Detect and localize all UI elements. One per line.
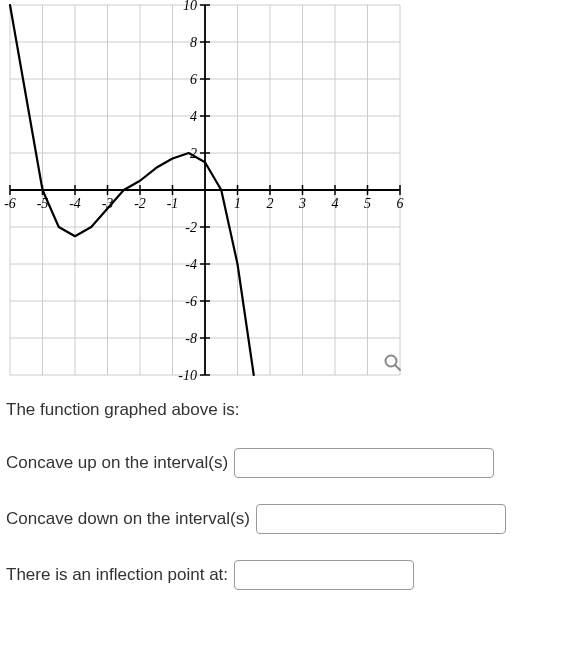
- svg-text:-1: -1: [167, 196, 179, 211]
- svg-text:6: 6: [397, 196, 404, 211]
- concave-up-label: Concave up on the interval(s): [6, 453, 228, 473]
- svg-text:3: 3: [298, 196, 306, 211]
- svg-text:6: 6: [190, 72, 197, 87]
- svg-text:1: 1: [234, 196, 241, 211]
- svg-text:-4: -4: [69, 196, 81, 211]
- inflection-label: There is an inflection point at:: [6, 565, 228, 585]
- svg-text:10: 10: [183, 0, 197, 13]
- svg-text:-2: -2: [185, 220, 197, 235]
- svg-text:8: 8: [190, 35, 197, 50]
- svg-line-71: [395, 365, 400, 370]
- svg-text:5: 5: [364, 196, 371, 211]
- svg-text:-4: -4: [185, 257, 197, 272]
- svg-text:2: 2: [267, 196, 274, 211]
- svg-text:-8: -8: [185, 331, 197, 346]
- function-graph: -6-5-4-3-2-1123456-10-8-6-4-2246810: [0, 0, 410, 380]
- prompt-intro: The function graphed above is:: [6, 398, 573, 422]
- concave-down-input[interactable]: [256, 504, 506, 534]
- svg-text:-2: -2: [134, 196, 146, 211]
- svg-text:4: 4: [332, 196, 339, 211]
- svg-text:-10: -10: [178, 368, 197, 380]
- magnify-icon[interactable]: [384, 354, 402, 372]
- concave-down-label: Concave down on the interval(s): [6, 509, 250, 529]
- svg-text:4: 4: [190, 109, 197, 124]
- svg-text:-6: -6: [185, 294, 197, 309]
- concave-up-input[interactable]: [234, 448, 494, 478]
- svg-text:-6: -6: [4, 196, 16, 211]
- inflection-input[interactable]: [234, 560, 414, 590]
